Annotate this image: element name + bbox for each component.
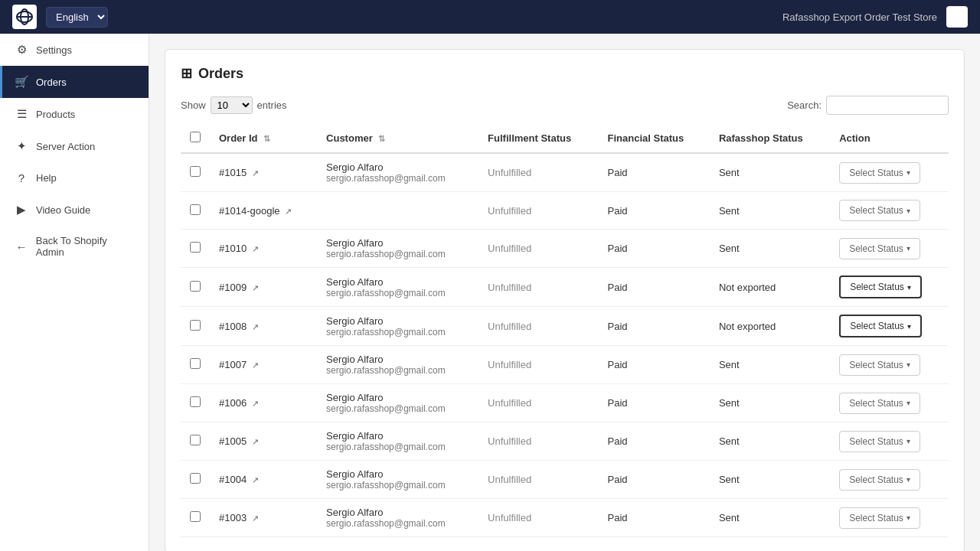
order-id-link-2[interactable]: #1010	[219, 243, 247, 254]
row-action: Select Status ▾	[830, 422, 949, 461]
top-nav-right: Rafasshop Export Order Test Store	[782, 6, 968, 28]
select-status-button-8[interactable]: Select Status ▾	[839, 469, 920, 491]
row-checkbox-1[interactable]	[190, 204, 201, 215]
row-rafasshop-status: Sent	[710, 422, 830, 461]
row-fulfillment-status: Unfulfilled	[479, 384, 598, 422]
search-area: Search:	[787, 96, 949, 115]
row-financial-status: Paid	[599, 499, 710, 537]
table-row: #1005 ↗ Sergio Alfaro sergio.rafasshop@g…	[181, 422, 949, 461]
customer-name-9: Sergio Alfaro	[326, 507, 469, 518]
sidebar-label-settings: Settings	[36, 44, 72, 56]
select-status-button-2[interactable]: Select Status ▾	[839, 238, 920, 259]
select-status-button-1[interactable]: Select Status ▾	[839, 200, 920, 221]
row-customer: Sergio Alfaro sergio.rafasshop@gmail.com	[317, 268, 479, 307]
row-checkbox-7[interactable]	[190, 435, 201, 445]
external-link-icon-0: ↗	[252, 168, 259, 178]
customer-email-8: sergio.rafasshop@gmail.com	[326, 480, 469, 491]
row-checkbox-4[interactable]	[190, 320, 201, 331]
row-financial-status: Paid	[599, 384, 710, 422]
order-id-link-5[interactable]: #1007	[219, 359, 247, 370]
row-checkbox-8[interactable]	[190, 473, 201, 484]
select-status-button-9[interactable]: Select Status ▾	[839, 507, 920, 529]
row-order-id: #1010 ↗	[210, 230, 317, 268]
row-financial-status: Paid	[599, 230, 710, 268]
select-status-button-5[interactable]: Select Status ▾	[839, 354, 920, 376]
order-id-link-1[interactable]: #1014-google	[219, 205, 280, 217]
customer-email-9: sergio.rafasshop@gmail.com	[326, 518, 469, 529]
order-id-link-4[interactable]: #1008	[219, 321, 247, 332]
row-checkbox-9[interactable]	[190, 511, 201, 522]
sidebar-item-server-action[interactable]: ✦ Server Action	[0, 130, 149, 162]
order-id-link-8[interactable]: #1004	[219, 474, 247, 485]
search-label: Search:	[787, 99, 822, 111]
sidebar-label-products: Products	[36, 109, 75, 120]
select-status-button-7[interactable]: Select Status ▾	[839, 431, 920, 452]
sidebar-item-orders[interactable]: 🛒 Orders	[0, 66, 149, 98]
row-checkbox-0[interactable]	[190, 166, 201, 177]
row-checkbox-6[interactable]	[190, 396, 201, 407]
row-checkbox-cell	[181, 153, 210, 192]
customer-email-4: sergio.rafasshop@gmail.com	[326, 327, 469, 337]
page-title-text: Orders	[198, 66, 243, 82]
server-action-icon: ✦	[15, 139, 28, 153]
order-id-link-7[interactable]: #1005	[219, 435, 247, 447]
entries-select[interactable]: 10 25 50 100	[211, 96, 253, 114]
row-customer: Sergio Alfaro sergio.rafasshop@gmail.com	[317, 153, 479, 192]
row-action: Select Status ▾	[830, 230, 949, 268]
order-id-link-3[interactable]: #1009	[219, 282, 247, 293]
row-checkbox-5[interactable]	[190, 358, 201, 369]
sidebar-label-orders: Orders	[36, 77, 67, 88]
row-checkbox-2[interactable]	[190, 242, 201, 253]
select-status-button-3[interactable]: Select Status ▾	[839, 276, 922, 298]
row-rafasshop-status: Sent	[710, 384, 830, 422]
select-status-button-0[interactable]: Select Status ▾	[839, 162, 920, 184]
language-select[interactable]: English	[46, 7, 108, 28]
external-link-icon-2: ↗	[252, 244, 259, 253]
customer-sort-icon: ⇅	[378, 134, 385, 143]
external-link-icon-3: ↗	[252, 283, 259, 292]
row-checkbox-3[interactable]	[190, 281, 201, 292]
row-action: Select Status ▾	[830, 346, 949, 384]
row-order-id: #1014-google ↗	[210, 192, 317, 230]
row-financial-status: Paid	[599, 192, 710, 230]
sidebar-item-back-to-shopify[interactable]: ← Back To Shopify Admin	[0, 226, 149, 267]
row-action: Select Status ▾	[830, 153, 949, 192]
row-financial-status: Paid	[599, 268, 710, 307]
row-fulfillment-status: Unfulfilled	[479, 268, 598, 307]
row-action: Select Status ▾	[830, 307, 949, 346]
select-status-button-4[interactable]: Select Status ▾	[839, 315, 922, 337]
sidebar-item-products[interactable]: ☰ Products	[0, 98, 149, 130]
row-financial-status: Paid	[599, 307, 710, 346]
wm-logo-right	[946, 6, 968, 28]
help-icon: ?	[15, 171, 28, 184]
caret-icon-2: ▾	[906, 244, 910, 253]
sidebar-item-help[interactable]: ? Help	[0, 162, 149, 194]
row-checkbox-cell	[181, 499, 210, 537]
header-order-id: Order Id ⇅	[210, 124, 317, 153]
order-id-link-6[interactable]: #1006	[219, 397, 247, 409]
order-id-link-0[interactable]: #1015	[219, 167, 247, 178]
select-all-checkbox[interactable]	[190, 132, 201, 142]
customer-name-3: Sergio Alfaro	[326, 276, 469, 288]
external-link-icon-9: ↗	[252, 514, 259, 523]
caret-icon-3: ▾	[907, 283, 911, 292]
sidebar-item-settings[interactable]: ⚙ Settings	[0, 34, 149, 66]
layout: ⚙ Settings 🛒 Orders ☰ Products ✦ Server …	[0, 34, 980, 551]
caret-icon-1: ▾	[906, 207, 910, 215]
sidebar-item-video-guide[interactable]: ▶ Video Guide	[0, 194, 149, 226]
row-action: Select Status ▾	[830, 461, 949, 499]
row-order-id: #1008 ↗	[210, 307, 317, 346]
caret-icon-8: ▾	[906, 475, 910, 484]
row-order-id: #1004 ↗	[210, 461, 317, 499]
customer-name-2: Sergio Alfaro	[326, 237, 469, 249]
search-input[interactable]	[826, 96, 949, 115]
table-row: #1007 ↗ Sergio Alfaro sergio.rafasshop@g…	[181, 346, 949, 384]
row-order-id: #1003 ↗	[210, 499, 317, 537]
row-fulfillment-status: Unfulfilled	[479, 307, 598, 346]
select-status-button-6[interactable]: Select Status ▾	[839, 393, 920, 414]
page-title: ⊞ Orders	[181, 65, 949, 82]
row-checkbox-cell	[181, 192, 210, 230]
row-financial-status: Paid	[599, 461, 710, 499]
order-id-link-9[interactable]: #1003	[219, 512, 247, 523]
row-action: Select Status ▾	[830, 268, 949, 307]
